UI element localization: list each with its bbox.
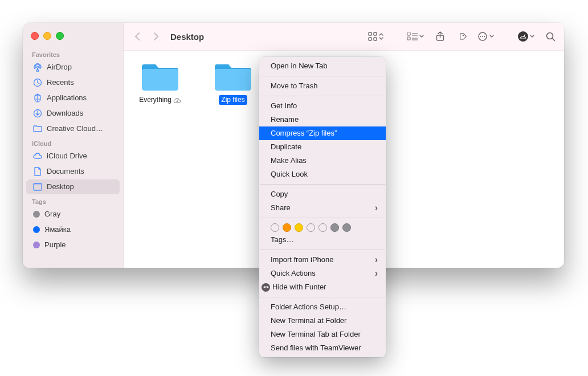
doc-icon xyxy=(33,167,42,176)
menu-item[interactable]: Hide with Funter xyxy=(259,280,386,294)
sidebar-item-label: Documents xyxy=(47,166,113,177)
tag-color-dot[interactable] xyxy=(330,223,339,232)
svg-rect-9 xyxy=(407,32,410,35)
svg-point-19 xyxy=(482,36,483,37)
tag-color-dot[interactable] xyxy=(318,223,327,232)
menu-item[interactable]: Get Info xyxy=(259,99,386,113)
tag-color-dot[interactable] xyxy=(295,223,303,232)
sidebar-section-label: Tags xyxy=(23,195,123,206)
sidebar: FavoritesAirDropRecentsApplicationsDownl… xyxy=(23,23,124,268)
svg-rect-8 xyxy=(374,38,377,40)
svg-point-21 xyxy=(546,32,553,39)
sidebar-item-tag-gray[interactable]: Gray xyxy=(26,207,120,222)
svg-rect-5 xyxy=(369,32,371,35)
svg-rect-6 xyxy=(374,32,377,35)
svg-point-18 xyxy=(480,36,481,37)
sidebar-item-label: Applications xyxy=(47,93,113,103)
svg-rect-4 xyxy=(34,183,42,185)
menu-item[interactable]: New Terminal Tab at Folder xyxy=(259,328,386,341)
action-button[interactable] xyxy=(475,29,496,44)
menu-item[interactable]: Rename xyxy=(259,113,386,126)
file-label: Zip files xyxy=(219,95,247,105)
menu-item-label: New Terminal at Folder xyxy=(271,316,378,326)
tag-color-dot[interactable] xyxy=(271,223,279,232)
close-window-button[interactable] xyxy=(31,32,39,40)
folder-icon xyxy=(213,60,254,93)
menu-item[interactable]: Open in New Tab xyxy=(259,59,386,73)
menu-item[interactable]: Folder Actions Setup… xyxy=(259,300,386,314)
menu-item-label: Duplicate xyxy=(271,142,378,152)
tag-color-dot[interactable] xyxy=(307,223,315,232)
share-button[interactable] xyxy=(432,29,448,44)
apps-icon xyxy=(33,93,42,103)
menu-item[interactable]: Share› xyxy=(259,201,386,215)
sidebar-section-label: Favorites xyxy=(23,48,123,59)
menu-item[interactable]: Copy xyxy=(259,187,386,201)
menu-item[interactable]: Duplicate xyxy=(259,140,386,154)
sidebar-item-recents[interactable]: Recents xyxy=(26,75,120,90)
submenu-arrow-icon: › xyxy=(375,203,378,213)
location-title: Desktop xyxy=(170,32,204,42)
tag-color-dot[interactable] xyxy=(283,223,291,232)
sidebar-item-airdrop[interactable]: AirDrop xyxy=(26,60,120,75)
airdrop-icon xyxy=(33,63,42,72)
window-controls xyxy=(23,30,123,48)
menu-item-label: Copy xyxy=(271,189,378,199)
view-icons-button[interactable] xyxy=(366,29,386,44)
file-item[interactable]: Zip files xyxy=(206,60,260,105)
sidebar-item-label: Ямайка xyxy=(44,224,113,235)
search-button[interactable] xyxy=(542,29,558,44)
menu-item[interactable]: Import from iPhone› xyxy=(259,253,386,267)
menu-item[interactable]: New Terminal at Folder xyxy=(259,314,386,328)
sidebar-item-iclouddrive[interactable]: iCloud Drive xyxy=(26,149,120,164)
clock-icon xyxy=(33,78,42,87)
minimize-window-button[interactable] xyxy=(43,32,51,40)
menu-item[interactable]: Make Alias xyxy=(259,154,386,167)
svg-rect-10 xyxy=(407,37,410,40)
menu-item-label: Hide with Funter xyxy=(272,282,378,292)
menu-item-label: Quick Actions xyxy=(271,268,375,279)
sidebar-item-label: AirDrop xyxy=(47,62,113,72)
forward-button[interactable] xyxy=(148,29,164,44)
menu-item-label: Open in New Tab xyxy=(271,61,378,71)
toolbar: Desktop xyxy=(124,23,564,51)
svg-line-22 xyxy=(552,38,554,40)
menu-item-tags[interactable]: Tags… xyxy=(259,233,386,247)
group-button[interactable] xyxy=(405,29,426,44)
sidebar-item-label: Gray xyxy=(44,209,113,219)
menu-item-label: Get Info xyxy=(271,101,378,111)
menu-item-label: Move to Trash xyxy=(271,81,378,91)
sidebar-item-creativecloud[interactable]: Creative Cloud… xyxy=(26,121,120,136)
submenu-arrow-icon: › xyxy=(375,268,378,279)
menu-tag-colors xyxy=(259,221,386,233)
menu-item[interactable]: Quick Actions› xyxy=(259,267,386,280)
sidebar-item-tag-jamaica[interactable]: Ямайка xyxy=(26,222,120,237)
tag-color-dot[interactable] xyxy=(342,223,351,232)
sidebar-item-downloads[interactable]: Downloads xyxy=(26,106,120,121)
file-item[interactable]: Everything xyxy=(133,60,187,105)
menu-item-label: Tags… xyxy=(271,235,378,245)
sidebar-item-tag-purple[interactable]: Purple xyxy=(26,238,120,252)
tags-button[interactable] xyxy=(454,29,469,44)
menu-item-label: Compress “Zip files” xyxy=(271,128,378,138)
svg-rect-7 xyxy=(369,38,371,40)
menu-item-label: Folder Actions Setup… xyxy=(271,302,378,312)
svg-point-16 xyxy=(462,34,463,35)
menu-item[interactable]: Move to Trash xyxy=(259,79,386,93)
menu-item[interactable]: Compress “Zip files” xyxy=(259,126,386,140)
back-button[interactable] xyxy=(129,29,145,44)
menu-item[interactable]: Quick Look xyxy=(259,167,386,181)
sidebar-item-documents[interactable]: Documents xyxy=(26,164,120,179)
menu-item[interactable]: Send files with TeamViewer xyxy=(259,341,386,355)
sidebar-item-label: Recents xyxy=(47,77,113,88)
sidebar-item-applications[interactable]: Applications xyxy=(26,91,120,105)
sidebar-item-label: Desktop xyxy=(47,182,113,192)
menu-item-label: Import from iPhone xyxy=(271,255,375,265)
sidebar-section-label: iCloud xyxy=(23,137,123,148)
submenu-arrow-icon: › xyxy=(375,255,378,265)
tag-dot-icon xyxy=(33,226,40,233)
menu-item-label: Quick Look xyxy=(271,169,378,179)
sidebar-item-desktop[interactable]: Desktop xyxy=(26,179,120,194)
cleanmymac-button[interactable] xyxy=(516,29,537,44)
zoom-window-button[interactable] xyxy=(56,32,64,40)
